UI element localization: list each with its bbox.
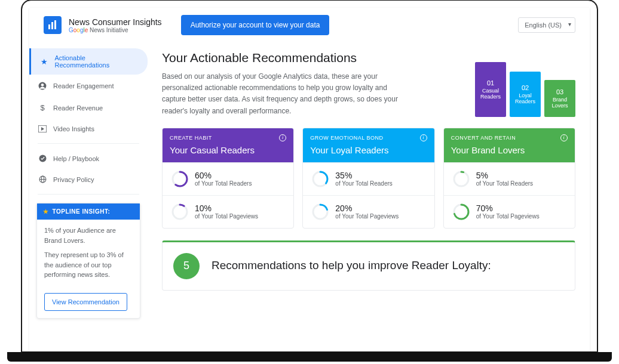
donut-icon bbox=[311, 170, 329, 188]
authorize-button[interactable]: Authorize your account to view your data bbox=[181, 15, 330, 35]
donut-icon bbox=[452, 203, 470, 221]
sidebar-item-help[interactable]: Help / Playbook bbox=[29, 149, 148, 168]
funnel-chart: 01Casual Readers 02Loyal Readers 03Brand… bbox=[475, 51, 575, 117]
metric-row: 70%of Your Total Pageviews bbox=[444, 195, 575, 228]
donut-icon bbox=[311, 203, 329, 221]
recommendation-count-badge: 5 bbox=[173, 253, 200, 279]
sidebar-item-recommendations[interactable]: ★ Actionable Recommendations bbox=[29, 48, 148, 75]
view-recommendation-button[interactable]: View Recommendation bbox=[44, 293, 127, 311]
divider bbox=[38, 143, 139, 144]
recommendations-title: Recommendations to help you improve Read… bbox=[212, 258, 491, 274]
funnel-brand: 03Brand Lovers bbox=[544, 80, 575, 117]
laptop-base bbox=[7, 352, 612, 362]
svg-rect-0 bbox=[48, 24, 50, 29]
recommendations-section: 5 Recommendations to help you improve Re… bbox=[162, 240, 575, 291]
logo-icon bbox=[44, 16, 62, 34]
sidebar-item-revenue[interactable]: $ Reader Revenue bbox=[29, 97, 148, 118]
account-icon bbox=[38, 82, 47, 90]
segment-card: CONVERT AND RETAINi Your Brand Lovers 5%… bbox=[443, 128, 575, 229]
star-icon: ★ bbox=[43, 208, 49, 215]
segment-title: Your Brand Lovers bbox=[451, 145, 568, 155]
svg-point-12 bbox=[173, 205, 187, 219]
metric-sub: of Your Total Pageviews bbox=[476, 213, 540, 220]
segment-cards: CREATE HABITi Your Casual Readers 60%of … bbox=[162, 128, 575, 229]
metric-value: 60% bbox=[195, 171, 252, 180]
metric-row: 10%of Your Total Pageviews bbox=[163, 195, 293, 228]
funnel-casual: 01Casual Readers bbox=[475, 62, 506, 117]
svg-point-18 bbox=[454, 172, 468, 186]
svg-rect-2 bbox=[54, 20, 56, 29]
app-title: News Consumer Insights bbox=[69, 17, 162, 27]
info-icon[interactable]: i bbox=[560, 134, 568, 141]
segment-card: GROW EMOTIONAL BONDi Your Loyal Readers … bbox=[302, 128, 434, 229]
funnel-loyal: 02Loyal Readers bbox=[510, 72, 541, 117]
dollar-icon: $ bbox=[38, 103, 47, 112]
metric-row: 5%of Your Total Readers bbox=[444, 162, 575, 195]
sidebar-item-label: Privacy Policy bbox=[53, 176, 94, 183]
segment-header: GROW EMOTIONAL BONDi Your Loyal Readers bbox=[303, 128, 434, 162]
donut-icon bbox=[452, 170, 470, 188]
metric-sub: of Your Total Pageviews bbox=[335, 213, 399, 220]
sidebar-item-label: Actionable Recommendations bbox=[55, 54, 140, 69]
logo-text: News Consumer Insights Google News Initi… bbox=[69, 17, 162, 33]
metric-value: 35% bbox=[335, 171, 392, 180]
metric-row: 35%of Your Total Readers bbox=[303, 162, 434, 195]
metric-value: 5% bbox=[476, 171, 533, 180]
metric-value: 70% bbox=[476, 203, 540, 213]
app-screen: News Consumer Insights Google News Initi… bbox=[29, 8, 590, 351]
insight-body: 1% of your Audience are Brand Lovers. Th… bbox=[37, 220, 140, 291]
sidebar-item-privacy[interactable]: Privacy Policy bbox=[29, 169, 148, 189]
divider bbox=[38, 194, 139, 195]
info-icon[interactable]: i bbox=[279, 134, 286, 141]
donut-icon bbox=[171, 170, 189, 188]
metric-value: 20% bbox=[335, 203, 399, 213]
language-select[interactable]: English (US) bbox=[518, 17, 575, 33]
play-icon bbox=[38, 125, 47, 132]
info-icon[interactable]: i bbox=[420, 134, 427, 141]
metric-sub: of Your Total Readers bbox=[195, 180, 252, 187]
segment-title: Your Casual Readers bbox=[170, 145, 286, 155]
svg-point-4 bbox=[41, 84, 44, 87]
topline-insight-card: ★ TOPLINE INSIGHT: 1% of your Audience a… bbox=[36, 203, 140, 319]
laptop-frame: News Consumer Insights Google News Initi… bbox=[22, 0, 597, 352]
insight-heading: ★ TOPLINE INSIGHT: bbox=[37, 203, 140, 220]
sidebar: ★ Actionable Recommendations Reader Enga… bbox=[29, 42, 148, 350]
metric-value: 10% bbox=[195, 203, 258, 213]
check-circle-icon bbox=[38, 155, 47, 162]
metric-sub: of Your Total Readers bbox=[335, 180, 392, 187]
header: News Consumer Insights Google News Initi… bbox=[29, 8, 590, 42]
segment-tag: CONVERT AND RETAIN bbox=[451, 135, 516, 141]
donut-icon bbox=[171, 203, 189, 221]
app-subtitle: Google News Initiative bbox=[69, 27, 162, 33]
sidebar-item-label: Help / Playbook bbox=[53, 155, 99, 162]
segment-title: Your Loyal Readers bbox=[310, 145, 427, 155]
metric-sub: of Your Total Pageviews bbox=[195, 213, 258, 220]
segment-card: CREATE HABITi Your Casual Readers 60%of … bbox=[162, 128, 294, 229]
metric-row: 20%of Your Total Pageviews bbox=[303, 195, 434, 228]
hero-section: Your Actionable Recommendations Based on… bbox=[162, 51, 575, 117]
sidebar-item-engagement[interactable]: Reader Engagement bbox=[29, 76, 148, 96]
segment-tag: CREATE HABIT bbox=[170, 135, 212, 141]
metric-sub: of Your Total Readers bbox=[476, 180, 533, 187]
svg-rect-1 bbox=[51, 22, 53, 29]
page-description: Based on our analysis of your Google Ana… bbox=[162, 71, 401, 117]
globe-icon bbox=[38, 175, 47, 183]
sidebar-item-label: Reader Engagement bbox=[53, 82, 114, 90]
segment-header: CREATE HABITi Your Casual Readers bbox=[163, 128, 293, 162]
segment-header: CONVERT AND RETAINi Your Brand Lovers bbox=[444, 128, 575, 162]
sidebar-item-label: Reader Revenue bbox=[53, 104, 103, 112]
segment-tag: GROW EMOTIONAL BOND bbox=[310, 135, 383, 141]
main-content: Your Actionable Recommendations Based on… bbox=[148, 42, 590, 350]
sidebar-item-label: Video Insights bbox=[53, 125, 94, 132]
metric-row: 60%of Your Total Readers bbox=[163, 162, 293, 195]
star-icon: ★ bbox=[39, 57, 49, 66]
page-title: Your Actionable Recommendations bbox=[162, 51, 401, 65]
sidebar-item-video[interactable]: Video Insights bbox=[29, 119, 148, 138]
